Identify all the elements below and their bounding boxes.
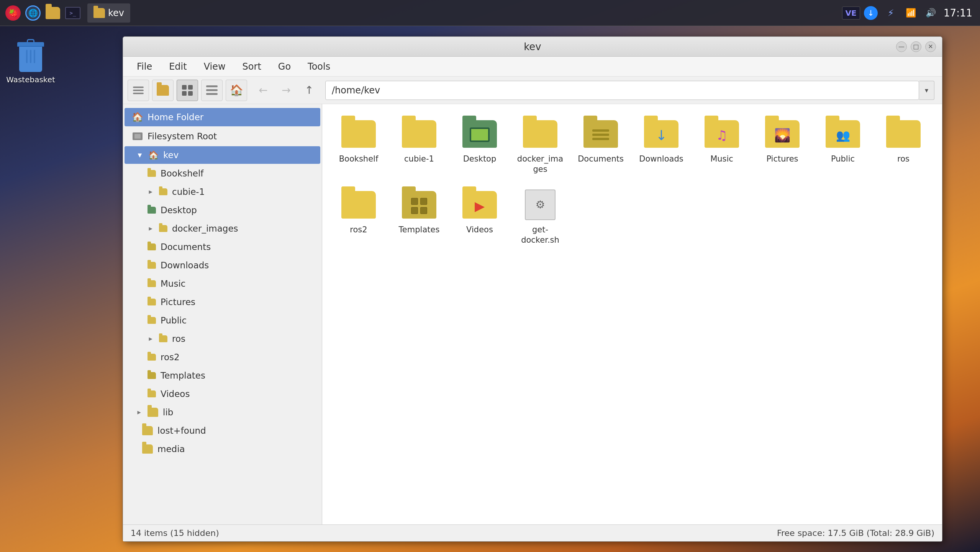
items-count: 14 items (15 hidden) [131,528,219,538]
sidebar-item-lib[interactable]: ▶ lib [125,403,320,421]
back-button[interactable]: ← [253,80,273,100]
panel-toggle-button[interactable] [128,80,149,101]
browser-button[interactable]: 🌐 [25,5,41,21]
music-filename: Music [710,154,733,164]
sidebar-pictures-label: Pictures [161,297,195,307]
sidebar-item-music[interactable]: Music [125,275,320,292]
ros2-filename: ros2 [350,225,367,235]
sidebar-item-documents[interactable]: Documents [125,238,320,256]
sidebar-item-videos[interactable]: Videos [125,385,320,403]
taskbar-right: VE ↓ ⚡ 📶 🔊 17:11 [836,6,980,20]
file-item-templates[interactable]: Templates [390,183,448,250]
file-item-music[interactable]: ♫ Music [693,112,751,180]
file-item-desktop[interactable]: Desktop [451,112,508,180]
file-item-documents[interactable]: Documents [572,112,629,180]
terminal-button[interactable]: >_ [64,5,81,21]
bluetooth-icon[interactable]: ⚡ [884,6,898,20]
file-item-cubie[interactable]: cubie-1 [390,112,448,180]
sidebar-cubie-label: cubie-1 [172,187,205,197]
volume-icon[interactable]: 🔊 [924,6,937,20]
ros-icon [886,120,921,148]
lost-found-folder-icon [142,426,153,435]
sidebar-item-kev[interactable]: ▼ 🏠 kev [125,146,320,164]
download-tray-icon[interactable]: ↓ [864,6,878,20]
desktop-filename: Desktop [463,154,497,164]
docker-icon [523,120,557,148]
ve-tray-icon[interactable]: VE [844,6,858,20]
file-item-ros2[interactable]: ros2 [330,183,387,250]
file-item-pictures[interactable]: 🌄 Pictures [754,112,811,180]
sidebar-item-pictures[interactable]: Pictures [125,293,320,311]
menu-go[interactable]: Go [270,58,298,75]
sidebar-kev-label: kev [163,150,179,160]
docker-filename: docker_images [515,154,565,175]
wifi-icon[interactable]: 📶 [904,6,918,20]
menu-file[interactable]: File [129,58,160,75]
pictures-icon: 🌄 [765,120,800,148]
public-icon: 👥 [826,120,860,148]
menu-sort[interactable]: Sort [235,58,269,75]
maximize-button[interactable]: □ [911,41,921,52]
sidebar-item-bookshelf[interactable]: Bookshelf [125,165,320,182]
bookshelf-folder-icon [147,170,156,177]
minimize-button[interactable]: — [896,41,907,52]
sidebar-item-ros2[interactable]: ros2 [125,348,320,366]
templates-icon [402,191,436,219]
address-bar[interactable]: /home/kev [325,81,919,100]
raspberry-menu-button[interactable]: 🍓 [5,5,21,21]
sidebar-videos-label: Videos [161,389,190,399]
list-view-button[interactable] [201,80,223,101]
file-item-get-docker[interactable]: ⚙ get-docker.sh [511,183,569,250]
wastebasket-label: Wastebasket [6,75,55,84]
cubie-icon [402,120,436,148]
file-item-ros[interactable]: ros [875,112,932,180]
sidebar-item-downloads[interactable]: Downloads [125,256,320,274]
file-item-public[interactable]: 👥 Public [814,112,872,180]
sidebar-item-filesystem-root[interactable]: Filesystem Root [125,127,320,145]
wastebasket-desktop-icon[interactable]: Wastebasket [11,38,50,88]
titlebar: — □ ✕ kev [123,37,942,57]
close-button[interactable]: ✕ [925,41,936,52]
menu-view[interactable]: View [196,58,233,75]
sidebar-lost-found-label: lost+found [157,426,206,436]
menu-tools[interactable]: Tools [300,58,338,75]
home-button[interactable]: 🏠 [226,80,247,101]
address-dropdown[interactable]: ▾ [919,81,934,100]
free-space: Free space: 17.5 GiB (Total: 28.9 GiB) [777,528,934,538]
file-item-docker[interactable]: docker_images [511,112,569,180]
sidebar-item-home-folder[interactable]: 🏠 Home Folder [125,108,320,126]
sidebar-item-ros[interactable]: ▶ ros [125,330,320,348]
new-folder-button[interactable] [152,80,174,101]
sidebar-item-public[interactable]: Public [125,312,320,329]
sidebar-lib-label: lib [163,407,173,417]
file-item-bookshelf[interactable]: Bookshelf [330,112,387,180]
sidebar-item-cubie-1[interactable]: ▶ cubie-1 [125,183,320,201]
kev-app-button[interactable]: kev [87,3,130,23]
sidebar-home-label: Home Folder [147,112,203,122]
downloads-filename: Downloads [639,154,683,164]
pictures-filename: Pictures [766,154,798,164]
files-button[interactable] [44,5,61,21]
pictures-folder-icon [147,299,156,305]
sidebar-item-media[interactable]: media [125,440,320,458]
videos-folder-icon [147,390,156,397]
window-controls: — □ ✕ [896,41,936,52]
cubie-expand-icon: ▶ [147,189,154,194]
up-button[interactable]: ↑ [299,80,319,100]
menu-edit[interactable]: Edit [161,58,194,75]
sidebar-bookshelf-label: Bookshelf [161,168,203,178]
file-item-downloads[interactable]: ↓ Downloads [633,112,690,180]
terminal-icon: >_ [65,7,80,19]
expand-icon: ▼ [136,152,144,158]
file-grid: Bookshelf cubie-1 Des [322,104,942,524]
sidebar-item-docker-images[interactable]: ▶ docker_images [125,220,320,237]
forward-button[interactable]: → [276,80,296,100]
file-item-videos[interactable]: ▶ Videos [451,183,508,250]
downloads-icon: ↓ [644,120,678,148]
sidebar-item-desktop[interactable]: Desktop [125,201,320,219]
sidebar-item-templates[interactable]: Templates [125,367,320,384]
ros2-folder-icon [147,354,156,361]
sidebar-item-lost-found[interactable]: lost+found [125,422,320,439]
sidebar-public-label: Public [161,315,187,325]
icon-view-button[interactable] [177,80,198,101]
